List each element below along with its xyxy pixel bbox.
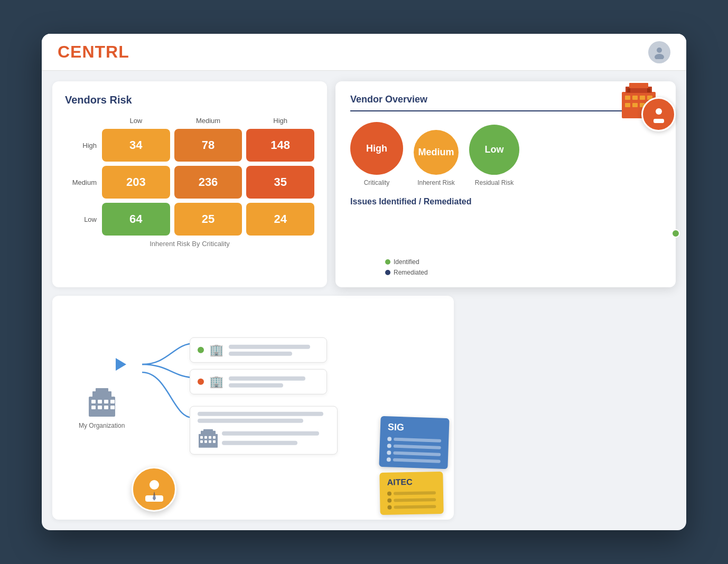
vendor-mini-card-2: 🏢	[190, 369, 327, 394]
svg-rect-35	[213, 436, 216, 439]
svg-rect-39	[213, 440, 216, 443]
legend-identified: Identified	[385, 258, 428, 266]
vendor-mini-card-1: 🏢	[190, 337, 327, 363]
svg-rect-36	[200, 440, 203, 443]
vendor-mini-card-3	[190, 406, 338, 455]
legend-label-identified: Identified	[394, 258, 419, 266]
app-header: CENTRL	[42, 34, 686, 71]
svg-rect-10	[632, 103, 638, 107]
circle-label-residual: Residual Risk	[475, 179, 514, 186]
circle-label-criticality: Criticality	[364, 179, 390, 186]
svg-rect-9	[625, 103, 630, 107]
circle-item-criticality: High Criticality	[350, 122, 403, 186]
svg-rect-14	[647, 88, 650, 92]
cell-low-high: 24	[246, 203, 314, 236]
legend-label-remediated: Remediated	[394, 269, 428, 276]
svg-rect-21	[91, 400, 96, 403]
bar-chart	[350, 213, 379, 276]
svg-rect-34	[209, 436, 211, 439]
vendor-building-icon: 🏢	[209, 343, 223, 357]
cell-low-medium: 25	[174, 203, 242, 236]
svg-rect-6	[632, 96, 638, 100]
col-header-low: Low	[102, 117, 170, 125]
cell-medium-high: 35	[246, 166, 314, 199]
vendor-mini-lines	[229, 344, 319, 355]
table-row: Low 64 25 24	[65, 203, 314, 236]
sig-aitec-area: SIG	[380, 417, 449, 514]
app-window: CENTRL Vendors Risk Low Medium	[42, 34, 686, 530]
cell-high-medium: 78	[174, 129, 242, 162]
cell-medium-medium: 236	[174, 166, 242, 199]
app-logo: CENTRL	[58, 42, 129, 62]
row-label-medium: Medium	[65, 166, 102, 199]
cell-high-high: 148	[246, 129, 314, 162]
cell-low-low: 64	[102, 203, 170, 236]
aitec-card: AITEC	[379, 472, 443, 515]
svg-rect-32	[200, 436, 203, 439]
svg-rect-4	[629, 83, 648, 88]
circle-item-residual: Low Residual Risk	[469, 125, 519, 186]
svg-rect-28	[110, 406, 115, 409]
circle-low: Low	[469, 125, 519, 175]
svg-point-40	[150, 480, 159, 490]
svg-rect-38	[209, 440, 211, 443]
connector-dot	[671, 229, 680, 238]
svg-rect-20	[96, 388, 108, 392]
sig-card: SIG	[379, 416, 449, 469]
chart-label: Inherent Risk By Criticality	[65, 240, 314, 248]
col-header-medium: Medium	[174, 117, 242, 125]
vendor-status-dot	[198, 347, 204, 353]
bottom-row: My Organization 🏢 🏢	[52, 296, 676, 520]
svg-rect-22	[98, 400, 102, 403]
svg-rect-5	[625, 96, 630, 100]
aitec-card-header: AITEC	[387, 477, 435, 487]
svg-rect-33	[204, 436, 207, 439]
table-row: Medium 203 236 35	[65, 166, 314, 199]
circle-label-inherent: Inherent Risk	[417, 179, 455, 186]
circle-item-inherent: Medium Inherent Risk	[414, 130, 459, 186]
org-label: My Organization	[79, 422, 125, 429]
person-avatar-bottom	[132, 467, 176, 512]
svg-rect-31	[203, 429, 213, 433]
legend-dot-remediated	[385, 270, 390, 275]
content-area: Vendors Risk Low Medium High High 34 78	[42, 71, 686, 530]
circle-medium: Medium	[414, 130, 459, 175]
user-avatar[interactable]	[648, 41, 670, 63]
legend-dot-identified	[385, 259, 390, 265]
vendor-overview-title: Vendor Overview	[350, 94, 661, 111]
person-vendor-icon	[641, 97, 676, 131]
svg-marker-17	[116, 358, 126, 371]
svg-point-15	[656, 108, 662, 115]
col-header-high: High	[246, 117, 314, 125]
cell-medium-low: 203	[102, 166, 170, 199]
bar-chart-wrapper: Identified Remediated	[350, 213, 661, 276]
vendor-status-dot	[198, 379, 204, 385]
svg-rect-23	[104, 400, 108, 403]
svg-rect-7	[640, 96, 645, 100]
table-row: High 34 78 148	[65, 129, 314, 162]
circle-high: High	[350, 122, 403, 175]
svg-point-1	[655, 54, 664, 59]
vendors-risk-card: Vendors Risk Low Medium High High 34 78	[52, 81, 327, 287]
svg-rect-27	[104, 406, 108, 409]
issues-section: Issues Identified / Remediated Identifie…	[350, 197, 661, 276]
bar-legend: Identified Remediated	[385, 258, 428, 276]
circles-row: High Criticality Medium Inherent Risk Lo…	[350, 122, 661, 186]
vendor-mini-cards: 🏢 🏢	[190, 337, 338, 455]
svg-rect-13	[627, 88, 630, 92]
vendor-building-icon: 🏢	[209, 375, 223, 389]
vendor-mini-lines	[229, 376, 319, 387]
vendor-overview-card: Vendor Overview High Criticality Medium …	[335, 81, 676, 287]
org-node: My Organization	[79, 386, 125, 429]
top-row: Vendors Risk Low Medium High High 34 78	[52, 81, 676, 287]
row-label-high: High	[65, 129, 102, 162]
vendors-risk-title: Vendors Risk	[65, 94, 314, 106]
issues-title: Issues Identified / Remediated	[350, 197, 661, 206]
network-card: My Organization 🏢 🏢	[52, 296, 454, 520]
cell-high-low: 34	[102, 129, 170, 162]
row-label-low: Low	[65, 203, 102, 236]
sig-card-header: SIG	[388, 421, 442, 435]
legend-remediated: Remediated	[385, 269, 428, 276]
svg-rect-37	[204, 440, 207, 443]
svg-rect-24	[110, 400, 115, 403]
